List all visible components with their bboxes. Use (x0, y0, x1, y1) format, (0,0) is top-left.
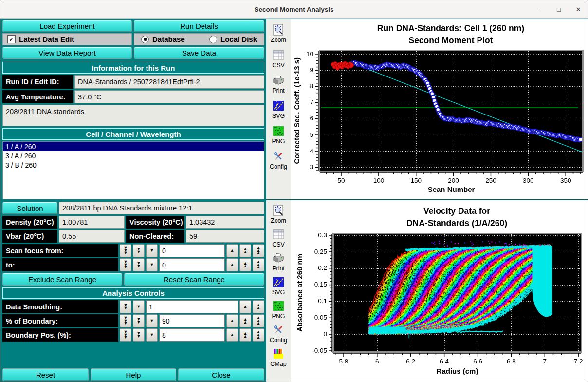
scan-to-step-down-10-button[interactable]: ▼▼ (133, 258, 145, 271)
top-zoom-button[interactable]: Zoom (271, 23, 286, 43)
boundary-pct-input[interactable]: 90 (159, 314, 225, 327)
smoothing-step-down-1-button[interactable]: ▼ (133, 300, 145, 313)
local-disk-radio-circle[interactable] (209, 36, 217, 43)
cmap-icon (272, 347, 285, 360)
top-plot-title: Run DNA-Standards: Cell 1 (260 nm) Secon… (318, 22, 584, 47)
solution-value: 208/2811 bp DNA Standards mixture 12:1 (59, 202, 264, 214)
save-data-button[interactable]: Save Data (134, 47, 264, 59)
scan-from-step-up-100-button[interactable]: ▲▲▲ (253, 244, 264, 257)
second-moment-plot-panel: Zoom CSV Print SVG PNG Config (266, 19, 588, 200)
scan-to-step-down-1-button[interactable]: ▼ (146, 258, 158, 271)
svg-label: SVG (272, 289, 285, 296)
data-smoothing-label: Data Smoothing: (2, 300, 118, 313)
zoom-icon (272, 23, 285, 36)
minimize-icon[interactable]: – (535, 5, 544, 14)
view-data-report-button[interactable]: View Data Report (2, 47, 132, 59)
non-cleared-value: 59 (186, 230, 264, 243)
smoothing-input[interactable]: 1 (146, 300, 238, 313)
boundary-pos-step-down-1-button[interactable]: ▼ (146, 328, 158, 342)
svg-label: SVG (272, 113, 285, 119)
avg-temperature-label: Avg Temperature: (2, 90, 74, 103)
boundary-pos-step-up-10-button[interactable]: ▲▲ (239, 328, 251, 342)
viscosity-value: 1.03432 (186, 216, 264, 229)
load-experiment-button[interactable]: Load Experiment (2, 20, 132, 32)
reset-scan-range-button[interactable]: Reset Scan Range (124, 273, 264, 286)
cell-channel-list[interactable]: 1 / A / 260 3 / A / 260 3 / B / 260 (2, 141, 264, 199)
smoothing-step-down-10-button[interactable]: ▼▼ (120, 300, 131, 313)
scan-from-step-up-10-button[interactable]: ▲▲ (239, 244, 251, 257)
exclude-scan-range-button[interactable]: Exclude Scan Range (2, 273, 122, 286)
latest-data-edit-row[interactable]: ✓ Latest Data Edit (2, 33, 132, 45)
title-bar[interactable]: Second Moment Analysis – □ ✕ (0, 0, 588, 19)
print-label: Print (272, 265, 285, 272)
scan-to-step-up-1-button[interactable]: ▲ (226, 258, 238, 271)
boundary-pos-step-up-1-button[interactable]: ▲ (226, 328, 238, 342)
scan-focus-to-label: to: (2, 258, 118, 271)
solution-button[interactable]: Solution (2, 202, 57, 214)
top-svg-button[interactable]: SVG (272, 99, 285, 119)
scan-from-step-down-10-button[interactable]: ▼▼ (133, 244, 145, 257)
scan-to-step-down-100-button[interactable]: ▼▼▼ (120, 258, 131, 271)
local-disk-radio[interactable]: Local Disk (209, 35, 257, 43)
latest-data-edit-checkbox[interactable]: ✓ (7, 35, 16, 43)
scan-from-step-up-1-button[interactable]: ▲ (226, 244, 238, 257)
bottom-csv-button[interactable]: CSV (272, 228, 285, 248)
config-label: Config (270, 337, 287, 344)
boundary-pct-step-up-1-button[interactable]: ▲ (226, 314, 238, 327)
bottom-png-button[interactable]: PNG (272, 300, 285, 320)
csv-label: CSV (272, 62, 285, 69)
boundary-pos-step-down-100-button[interactable]: ▼▼▼ (120, 328, 131, 342)
run-description[interactable]: 208/2811 DNA standards (2, 105, 264, 126)
smoothing-step-up-10-button[interactable]: ▲▲ (253, 300, 264, 313)
boundary-percent-label: % of Boundary: (2, 314, 118, 327)
boundary-pos-step-down-10-button[interactable]: ▼▼ (133, 328, 145, 342)
bottom-config-button[interactable]: Config (270, 324, 287, 344)
maximize-icon[interactable]: □ (554, 5, 563, 14)
bottom-zoom-button[interactable]: Zoom (271, 204, 286, 224)
svg-icon (272, 276, 285, 288)
top-config-button[interactable]: Config (270, 150, 287, 170)
top-plot-ylabel: Corrected Sed. Coeff. (1e-13 s) (293, 57, 301, 164)
boundary-pct-step-down-100-button[interactable]: ▼▼▼ (120, 314, 131, 327)
boundary-pct-step-up-10-button[interactable]: ▲▲ (239, 314, 251, 327)
top-print-button[interactable]: Print (272, 74, 285, 94)
scan-from-input[interactable]: 0 (159, 244, 225, 257)
scan-from-step-down-1-button[interactable]: ▼ (146, 244, 158, 257)
bottom-cmap-button[interactable]: CMap (270, 347, 286, 367)
reset-button[interactable]: Reset (2, 368, 89, 381)
boundary-percent-counter: ▼▼▼ ▼▼ ▼ 90 ▲ ▲▲ ▲▲▲ (120, 314, 264, 327)
bottom-print-button[interactable]: Print (272, 252, 285, 272)
window-title: Second Moment Analysis (254, 6, 333, 13)
list-item-cell-3B260[interactable]: 3 / B / 260 (3, 160, 264, 170)
database-radio[interactable]: Database (141, 35, 185, 43)
top-png-button[interactable]: PNG (272, 125, 285, 145)
png-icon (272, 125, 285, 137)
top-plot-xlabel: Scan Number (320, 185, 582, 193)
run-details-button[interactable]: Run Details (134, 20, 264, 32)
database-radio-circle[interactable] (141, 36, 149, 43)
boundary-pct-step-up-100-button[interactable]: ▲▲▲ (253, 314, 264, 327)
png-label: PNG (272, 313, 285, 320)
triple-header: Cell / Channel / Wavelength (2, 128, 264, 140)
scan-from-step-down-100-button[interactable]: ▼▼▼ (120, 244, 131, 257)
close-button[interactable]: Close (178, 368, 264, 381)
boundary-pos-input[interactable]: 8 (159, 328, 225, 342)
close-icon[interactable]: ✕ (574, 5, 583, 14)
list-item-cell-1A260[interactable]: 1 / A / 260 (3, 142, 264, 151)
latest-data-edit-label: Latest Data Edit (19, 35, 74, 43)
boundary-pct-step-down-10-button[interactable]: ▼▼ (133, 314, 145, 327)
smoothing-step-up-1-button[interactable]: ▲ (239, 300, 251, 313)
bottom-svg-button[interactable]: SVG (272, 276, 285, 296)
png-label: PNG (272, 138, 285, 145)
print-icon (272, 74, 285, 87)
density-value: 1.00781 (59, 216, 125, 229)
png-icon (272, 300, 285, 312)
list-item-cell-3A260[interactable]: 3 / A / 260 (3, 151, 264, 160)
boundary-pos-step-up-100-button[interactable]: ▲▲▲ (253, 328, 264, 342)
scan-to-input[interactable]: 0 (159, 258, 225, 271)
help-button[interactable]: Help (91, 368, 176, 381)
scan-to-step-up-100-button[interactable]: ▲▲▲ (253, 258, 264, 271)
boundary-pct-step-down-1-button[interactable]: ▼ (146, 314, 158, 327)
top-csv-button[interactable]: CSV (272, 49, 285, 69)
scan-to-step-up-10-button[interactable]: ▲▲ (239, 258, 251, 271)
